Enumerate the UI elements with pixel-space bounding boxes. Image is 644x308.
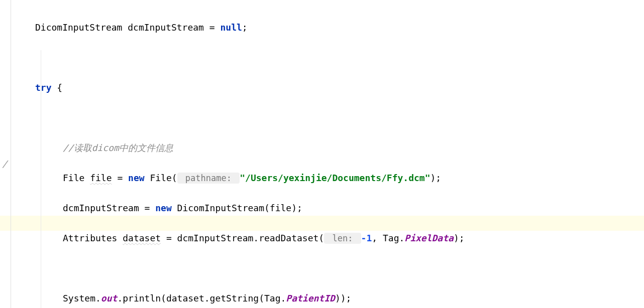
- code-text: File(: [145, 173, 177, 183]
- keyword-null: null: [220, 22, 242, 33]
- field-out: out: [101, 293, 118, 303]
- code-line[interactable]: try {: [35, 80, 644, 95]
- code-text: DicomInputStream dcmInputStream =: [35, 22, 220, 33]
- code-text: );: [431, 173, 442, 183]
- code-line[interactable]: Attributes dataset = dcmInputStream.read…: [35, 231, 644, 246]
- code-text: dcmInputStream =: [63, 203, 155, 213]
- code-text: = dcmInputStream.readDataset(: [161, 233, 324, 243]
- code-text: {: [52, 82, 63, 93]
- field-pixeldata: PixelData: [404, 233, 454, 243]
- editor-gutter: /: [0, 0, 11, 308]
- code-editor[interactable]: DicomInputStream dcmInputStream = null; …: [0, 5, 644, 308]
- keyword-new: new: [128, 173, 145, 183]
- code-text: =: [112, 173, 129, 183]
- code-text: System.: [63, 293, 101, 303]
- field-patientid: PatientID: [286, 293, 335, 303]
- code-line[interactable]: [35, 50, 644, 65]
- keyword-new: new: [155, 203, 172, 213]
- code-text: ));: [335, 293, 352, 303]
- variable-file: file: [90, 173, 112, 183]
- code-text: Attributes: [63, 233, 123, 243]
- number-literal: -1: [361, 233, 372, 243]
- code-line[interactable]: System.out.println(dataset.getString(Tag…: [35, 291, 644, 306]
- code-line[interactable]: dcmInputStream = new DicomInputStream(fi…: [35, 201, 644, 216]
- code-text: , Tag.: [372, 233, 404, 243]
- keyword-try: try: [35, 82, 52, 93]
- code-text: DicomInputStream(file);: [172, 203, 302, 213]
- gutter-mark: /: [2, 157, 8, 172]
- code-line[interactable]: DicomInputStream dcmInputStream = null;: [35, 20, 644, 35]
- variable-dataset: dataset: [123, 233, 161, 243]
- code-line[interactable]: //读取dicom中的文件信息: [35, 140, 644, 156]
- code-line[interactable]: [35, 261, 644, 276]
- code-text: );: [454, 233, 465, 243]
- code-line[interactable]: [35, 110, 644, 125]
- code-text: File: [63, 173, 90, 183]
- param-hint-pathname: pathname:: [177, 173, 240, 184]
- code-text: .println(dataset.getString(Tag.: [117, 293, 286, 303]
- param-hint-len: len:: [324, 233, 361, 244]
- comment: //读取dicom中的文件信息: [63, 142, 173, 153]
- code-text: ;: [242, 22, 248, 33]
- string-literal: "/Users/yexinjie/Documents/Ffy.dcm": [240, 173, 430, 183]
- code-line[interactable]: File file = new File( pathname: "/Users/…: [35, 171, 644, 186]
- indent-guide: [41, 50, 41, 308]
